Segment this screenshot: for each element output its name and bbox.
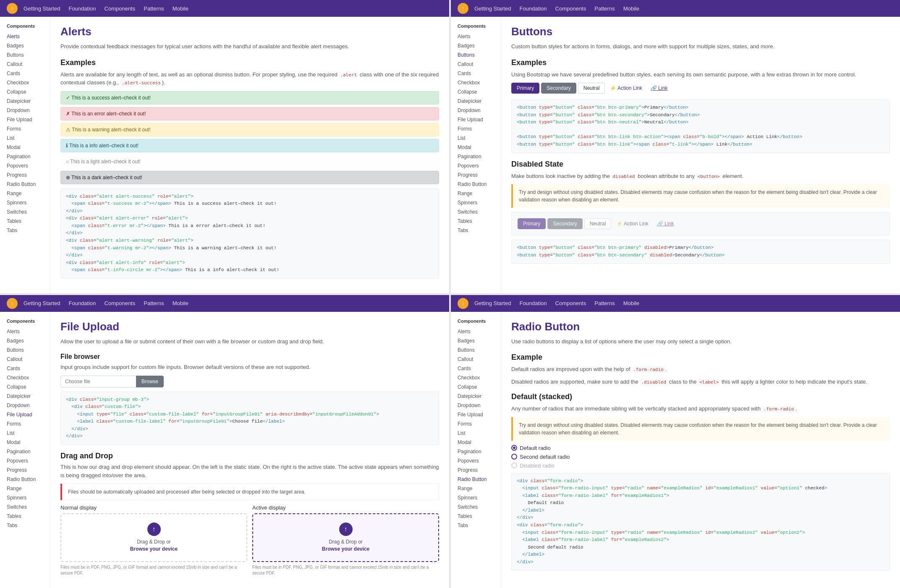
sidebar-item-modal[interactable]: Modal <box>0 143 50 152</box>
sidebar-tr-switches[interactable]: Switches <box>451 207 501 217</box>
sidebar-tr-datepicker[interactable]: Datepicker <box>451 97 501 106</box>
sidebar-br-dropdown[interactable]: Dropdown <box>451 401 501 410</box>
sidebar-bl-buttons[interactable]: Buttons <box>0 345 50 355</box>
sidebar-bl-switches[interactable]: Switches <box>0 502 50 512</box>
nav-foundation[interactable]: Foundation <box>68 5 96 12</box>
sidebar-br-switches[interactable]: Switches <box>451 502 501 512</box>
sidebar-br-badges[interactable]: Badges <box>451 336 501 345</box>
sidebar-bl-dropdown[interactable]: Dropdown <box>0 401 50 410</box>
file-browse-button[interactable]: Browse <box>136 376 164 387</box>
nav-br-foundation[interactable]: Foundation <box>519 300 547 306</box>
sidebar-bl-modal[interactable]: Modal <box>0 438 50 447</box>
sidebar-br-checkbox[interactable]: Checkbox <box>451 373 501 382</box>
sidebar-tr-progress[interactable]: Progress <box>451 170 501 180</box>
btn-secondary-demo[interactable]: Secondary <box>541 83 576 94</box>
sidebar-item-alerts[interactable]: Alerts <box>0 32 50 41</box>
sidebar-bl-datepicker[interactable]: Datepicker <box>0 392 50 401</box>
sidebar-br-tabs[interactable]: Tabs <box>451 521 501 530</box>
sidebar-item-radiobutton[interactable]: Radio Button <box>0 180 50 189</box>
sidebar-bl-range[interactable]: Range <box>0 484 50 493</box>
nav-components[interactable]: Components <box>105 5 136 12</box>
sidebar-item-badges[interactable]: Badges <box>0 41 50 50</box>
sidebar-bl-spinners[interactable]: Spinners <box>0 493 50 502</box>
sidebar-tr-checkbox[interactable]: Checkbox <box>451 78 501 87</box>
nav-bl-patterns[interactable]: Patterns <box>144 300 164 306</box>
sidebar-bl-collapse[interactable]: Collapse <box>0 382 50 392</box>
nav-tr-foundation[interactable]: Foundation <box>519 5 547 12</box>
nav-bl-getting-started[interactable]: Getting Started <box>24 300 60 306</box>
sidebar-item-range[interactable]: Range <box>0 189 50 198</box>
radio-item-1[interactable]: Default radio <box>511 445 890 451</box>
sidebar-br-alerts[interactable]: Alerts <box>451 327 501 336</box>
sidebar-br-datepicker[interactable]: Datepicker <box>451 392 501 401</box>
sidebar-bl-list[interactable]: List <box>0 429 50 438</box>
sidebar-item-list[interactable]: List <box>0 133 50 143</box>
sidebar-tr-modal[interactable]: Modal <box>451 143 501 152</box>
sidebar-tr-radiobutton[interactable]: Radio Button <box>451 180 501 189</box>
sidebar-tr-tabs[interactable]: Tabs <box>451 226 501 235</box>
sidebar-br-list[interactable]: List <box>451 429 501 438</box>
sidebar-br-tables[interactable]: Tables <box>451 512 501 521</box>
sidebar-item-fileupload[interactable]: File Upload <box>0 115 50 124</box>
sidebar-tr-forms[interactable]: Forms <box>451 124 501 133</box>
sidebar-br-collapse[interactable]: Collapse <box>451 382 501 392</box>
drag-drop-active[interactable]: ↑ Drag & Drop or Browse your device <box>252 513 439 562</box>
sidebar-br-spinners[interactable]: Spinners <box>451 493 501 502</box>
sidebar-bl-cards[interactable]: Cards <box>0 364 50 373</box>
sidebar-br-radiobutton[interactable]: Radio Button <box>451 475 501 484</box>
sidebar-item-tables[interactable]: Tables <box>0 217 50 226</box>
sidebar-tr-dropdown[interactable]: Dropdown <box>451 106 501 115</box>
radio-item-2[interactable]: Second default radio <box>511 454 890 460</box>
drag-drop-normal[interactable]: ↑ Drag & Drop or Browse your device <box>60 513 247 562</box>
sidebar-item-progress[interactable]: Progress <box>0 170 50 180</box>
sidebar-item-spinners[interactable]: Spinners <box>0 198 50 207</box>
sidebar-br-callout[interactable]: Callout <box>451 355 501 364</box>
sidebar-br-modal[interactable]: Modal <box>451 438 501 447</box>
nav-logo-bl[interactable]: ↑ <box>7 298 18 309</box>
sidebar-tr-list[interactable]: List <box>451 133 501 143</box>
sidebar-bl-fileupload[interactable]: File Upload <box>0 410 50 419</box>
sidebar-item-pagination[interactable]: Pagination <box>0 152 50 161</box>
sidebar-tr-range[interactable]: Range <box>451 189 501 198</box>
sidebar-br-buttons[interactable]: Buttons <box>451 345 501 355</box>
sidebar-item-dropdown[interactable]: Dropdown <box>0 106 50 115</box>
sidebar-bl-forms[interactable]: Forms <box>0 419 50 429</box>
sidebar-tr-spinners[interactable]: Spinners <box>451 198 501 207</box>
sidebar-br-forms[interactable]: Forms <box>451 419 501 429</box>
sidebar-bl-badges[interactable]: Badges <box>0 336 50 345</box>
nav-tr-mobile[interactable]: Mobile <box>623 5 639 12</box>
sidebar-item-switches[interactable]: Switches <box>0 207 50 217</box>
sidebar-br-pagination[interactable]: Pagination <box>451 447 501 456</box>
sidebar-tr-collapse[interactable]: Collapse <box>451 87 501 97</box>
btn-link-demo[interactable]: 🔗 Link <box>647 83 671 94</box>
sidebar-br-progress[interactable]: Progress <box>451 465 501 475</box>
sidebar-tr-pagination[interactable]: Pagination <box>451 152 501 161</box>
sidebar-item-cards[interactable]: Cards <box>0 69 50 78</box>
sidebar-tr-cards[interactable]: Cards <box>451 69 501 78</box>
sidebar-bl-popovers[interactable]: Popovers <box>0 456 50 465</box>
nav-getting-started[interactable]: Getting Started <box>24 5 60 12</box>
nav-mobile[interactable]: Mobile <box>173 5 188 12</box>
btn-neutral-demo[interactable]: Neutral <box>578 83 605 94</box>
sidebar-br-cards[interactable]: Cards <box>451 364 501 373</box>
sidebar-tr-popovers[interactable]: Popovers <box>451 161 501 170</box>
sidebar-tr-tables[interactable]: Tables <box>451 217 501 226</box>
sidebar-tr-badges[interactable]: Badges <box>451 41 501 50</box>
sidebar-bl-checkbox[interactable]: Checkbox <box>0 373 50 382</box>
sidebar-bl-callout[interactable]: Callout <box>0 355 50 364</box>
sidebar-br-range[interactable]: Range <box>451 484 501 493</box>
sidebar-item-callout[interactable]: Callout <box>0 60 50 69</box>
nav-tr-components[interactable]: Components <box>555 5 586 12</box>
sidebar-tr-fileupload[interactable]: File Upload <box>451 115 501 124</box>
sidebar-bl-alerts[interactable]: Alerts <box>0 327 50 336</box>
nav-bl-mobile[interactable]: Mobile <box>173 300 188 306</box>
nav-br-mobile[interactable]: Mobile <box>623 300 639 306</box>
nav-bl-foundation[interactable]: Foundation <box>68 300 96 306</box>
sidebar-bl-progress[interactable]: Progress <box>0 465 50 475</box>
btn-primary-demo[interactable]: Primary <box>511 83 539 94</box>
nav-br-components[interactable]: Components <box>555 300 586 306</box>
sidebar-item-buttons[interactable]: Buttons <box>0 50 50 60</box>
btn-action-link-demo[interactable]: ⚡ Action Link <box>607 83 645 94</box>
sidebar-item-tabs[interactable]: Tabs <box>0 226 50 235</box>
nav-logo-br[interactable]: ↑ <box>458 298 468 309</box>
